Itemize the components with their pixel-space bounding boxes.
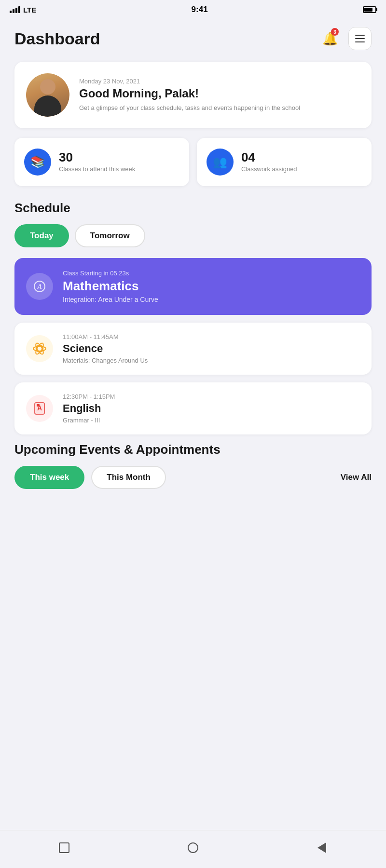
mathematics-icon: A	[26, 273, 53, 300]
stat-card-classes[interactable]: 📚 30 Classes to attend this week	[14, 138, 189, 186]
mathematics-info: Class Starting in 05:23s Mathematics Int…	[63, 270, 360, 303]
schedule-tabs: Today Tomorrow	[14, 224, 372, 247]
classwork-label: Classwork assigned	[241, 165, 297, 174]
classwork-icon: 👥	[207, 149, 234, 176]
nav-back-button[interactable]	[311, 837, 332, 858]
schedule-title: Schedule	[14, 201, 372, 216]
class-card-mathematics[interactable]: A Class Starting in 05:23s Mathematics I…	[14, 258, 372, 315]
page-header: Dashboard 🔔 3	[14, 27, 372, 50]
status-time: 9:41	[192, 5, 208, 14]
carrier-label: LTE	[23, 6, 36, 14]
greeting-date: Monday 23 Nov, 2021	[79, 78, 360, 85]
events-tabs: This week This Month View All	[14, 466, 372, 489]
mathematics-name: Mathematics	[63, 279, 360, 294]
class-card-english[interactable]: A 12:30PM - 1:15PM English Grammar - III	[14, 382, 372, 434]
greeting-text: Monday 23 Nov, 2021 Good Morning, Palak!…	[79, 78, 360, 113]
stat-info-classwork: 04 Classwork assigned	[241, 150, 297, 174]
tab-this-week[interactable]: This week	[14, 466, 84, 489]
english-time: 12:30PM - 1:15PM	[63, 393, 360, 400]
english-icon: A	[26, 395, 53, 422]
events-section: Upcoming Events & Appointments This week…	[14, 442, 372, 489]
nav-stop-button[interactable]	[54, 837, 75, 858]
back-icon	[317, 842, 326, 853]
greeting-name: Good Morning, Palak!	[79, 87, 360, 100]
greeting-card: Monday 23 Nov, 2021 Good Morning, Palak!…	[14, 62, 372, 128]
classes-label: Classes to attend this week	[59, 165, 135, 174]
menu-icon	[355, 35, 365, 36]
status-bar: LTE 9:41	[0, 0, 386, 17]
menu-icon	[355, 38, 365, 39]
notification-badge: 3	[331, 28, 339, 36]
bottom-navigation	[0, 830, 386, 868]
science-subtitle: Materials: Changes Around Us	[63, 357, 360, 364]
svg-point-3	[33, 346, 46, 351]
svg-rect-8	[37, 404, 40, 407]
english-info: 12:30PM - 1:15PM English Grammar - III	[63, 393, 360, 424]
view-all-button[interactable]: View All	[341, 473, 372, 482]
classwork-count: 04	[241, 150, 297, 165]
stat-info-classes: 30 Classes to attend this week	[59, 150, 135, 174]
stat-card-classwork[interactable]: 👥 04 Classwork assigned	[197, 138, 372, 186]
greeting-subtitle: Get a glimpse of your class schedule, ta…	[79, 103, 360, 113]
page-title: Dashboard	[14, 29, 100, 48]
stats-row: 📚 30 Classes to attend this week 👥 04 Cl…	[14, 138, 372, 186]
nav-home-button[interactable]	[182, 837, 204, 858]
avatar	[26, 73, 69, 117]
science-time: 11:00AM - 11:45AM	[63, 333, 360, 340]
mathematics-time: Class Starting in 05:23s	[63, 270, 360, 277]
class-card-science[interactable]: 11:00AM - 11:45AM Science Materials: Cha…	[14, 323, 372, 375]
home-icon	[188, 842, 198, 853]
menu-button[interactable]	[348, 27, 372, 50]
tab-this-month[interactable]: This Month	[91, 466, 166, 489]
english-name: English	[63, 402, 360, 415]
stop-icon	[59, 842, 69, 853]
science-name: Science	[63, 342, 360, 355]
header-actions: 🔔 3	[318, 27, 372, 50]
svg-text:A: A	[37, 283, 42, 290]
science-icon	[26, 335, 53, 362]
battery-icon	[363, 6, 376, 13]
status-left: LTE	[10, 6, 36, 14]
tab-today[interactable]: Today	[14, 224, 69, 247]
events-title: Upcoming Events & Appointments	[14, 442, 372, 457]
tab-tomorrow[interactable]: Tomorrow	[75, 224, 145, 247]
schedule-section: Schedule Today Tomorrow A Class Starting…	[14, 201, 372, 434]
signal-icon	[10, 6, 20, 13]
notification-button[interactable]: 🔔 3	[318, 27, 342, 50]
science-info: 11:00AM - 11:45AM Science Materials: Cha…	[63, 333, 360, 364]
mathematics-subtitle: Integration: Area Under a Curve	[63, 296, 360, 303]
english-subtitle: Grammar - III	[63, 417, 360, 424]
classes-icon: 📚	[24, 149, 51, 176]
classes-count: 30	[59, 150, 135, 165]
menu-icon	[355, 41, 365, 42]
